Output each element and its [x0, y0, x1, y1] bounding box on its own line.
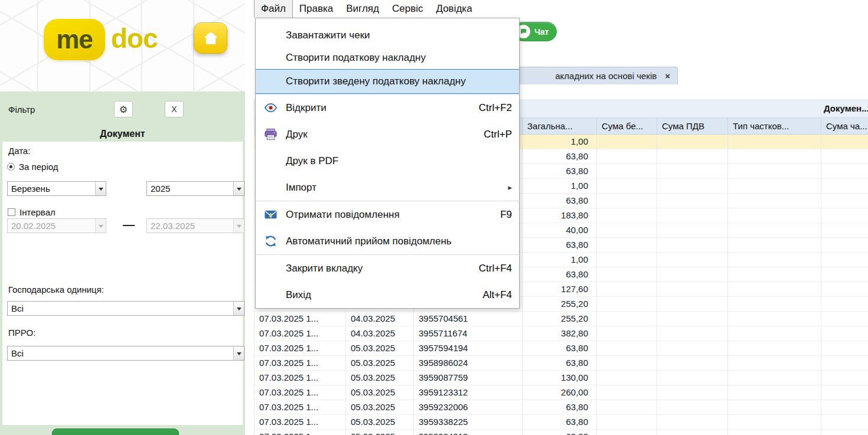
menubar-item-view[interactable]: Вигляд [340, 0, 386, 18]
period-radio[interactable]: За період [7, 162, 58, 172]
table-cell [821, 223, 868, 237]
table-cell [597, 208, 657, 223]
table-cell [821, 341, 868, 355]
menu-item-print-pdf[interactable]: Друк в PDF [256, 148, 519, 174]
table-cell [728, 385, 821, 400]
table-cell [821, 194, 868, 208]
business-unit-select[interactable]: Всі [7, 301, 244, 316]
table-cell [657, 371, 728, 385]
filter-settings-button[interactable]: ⚙ [114, 101, 133, 117]
table-row[interactable]: 07.03.2025 1...05.03.2025395923200663,80 [254, 400, 868, 415]
month-select[interactable]: Березень [7, 181, 106, 196]
menubar-item-help[interactable]: Довідка [429, 0, 478, 18]
table-cell [597, 297, 657, 311]
table-row[interactable]: 07.03.2025 1...05.03.2025395936491863,80 [254, 430, 868, 435]
menu-shortcut: F9 [500, 209, 512, 221]
table-cell [657, 385, 728, 400]
table-cell [657, 179, 728, 193]
table-cell [728, 135, 821, 149]
interval-from-date[interactable]: 20.02.2025 [7, 218, 106, 233]
filter-title: Фільтр [8, 104, 35, 115]
filter-sidebar: Фільтр ⚙ X Документ Дата: За період Бере… [0, 91, 245, 435]
printer-icon [263, 127, 278, 141]
business-unit-value: Всі [8, 303, 233, 313]
table-cell [657, 253, 728, 267]
table-cell [597, 223, 657, 237]
chevron-down-icon [233, 219, 244, 233]
table-cell: 260,00 [523, 385, 597, 400]
table-cell [821, 371, 868, 385]
table-cell: 1,00 [523, 179, 597, 193]
menu-item-receive-messages[interactable]: Отримати повідомленняF9 [256, 201, 519, 228]
table-cell: 05.03.2025 [346, 385, 414, 400]
table-cell [597, 356, 657, 370]
table-cell: 3959123312 [414, 385, 523, 400]
table-cell: 63,80 [523, 194, 597, 208]
menu-item-load-receipts[interactable]: Завантажити чеки [256, 24, 519, 47]
menubar-item-file[interactable]: Файл [254, 0, 293, 18]
chevron-down-icon[interactable] [233, 302, 244, 315]
table-cell: 07.03.2025 1... [254, 356, 346, 370]
menu-item-exit[interactable]: ВихідAlt+F4 [256, 282, 519, 308]
prro-select[interactable]: Всі [7, 346, 244, 361]
envelope-icon [263, 208, 278, 221]
table-cell: 05.03.2025 [346, 400, 414, 414]
menu-item-create-consolidated-tax-invoice[interactable]: Створити зведену податкову накладну [256, 69, 519, 94]
table-row[interactable]: 07.03.2025 1...05.03.2025395898602463,80 [254, 356, 868, 371]
column-header-8[interactable]: Сума ча... [821, 118, 868, 134]
interval-to-date[interactable]: 22.03.2025 [146, 218, 244, 233]
menubar-item-service[interactable]: Сервіс [386, 0, 430, 18]
table-cell: 1,00 [523, 253, 597, 267]
tab-close-icon[interactable]: × [665, 71, 670, 80]
menu-item-label: Вихід [286, 289, 482, 301]
chevron-down-icon[interactable] [233, 346, 244, 360]
table-cell [821, 282, 868, 296]
menu-item-label: Закрити вкладку [286, 263, 479, 274]
table-cell [597, 430, 657, 435]
table-row[interactable]: 07.03.2025 1...04.03.20253955704561255,2… [254, 312, 868, 326]
menu-item-create-tax-invoice[interactable]: Створити податкову накладну [256, 47, 519, 69]
table-cell [657, 282, 728, 296]
table-cell: 3957594194 [414, 341, 523, 355]
table-cell [597, 326, 657, 341]
filter-close-button[interactable]: X [165, 101, 184, 117]
table-cell: 255,20 [523, 312, 597, 326]
table-cell: 05.03.2025 [346, 341, 414, 355]
chevron-down-icon[interactable] [95, 182, 106, 195]
table-cell: 07.03.2025 1... [254, 430, 346, 435]
menu-item-print[interactable]: ДрукCtrl+P [256, 121, 519, 148]
table-row[interactable]: 07.03.2025 1...05.03.20253959087759130,0… [254, 371, 868, 385]
table-cell [821, 326, 868, 341]
table-cell [657, 430, 728, 435]
menu-item-close-tab[interactable]: Закрити вкладкуCtrl+F4 [256, 255, 519, 282]
column-header-6[interactable]: Сума ПДВ [657, 118, 728, 134]
year-select[interactable]: 2025 [146, 181, 244, 196]
radio-selected-icon [7, 163, 15, 171]
month-value: Березень [8, 184, 95, 194]
menu-item-import[interactable]: Імпорт▸ [256, 174, 519, 201]
table-cell [657, 341, 728, 355]
menubar-item-edit[interactable]: Правка [293, 0, 340, 18]
chat-button[interactable]: Чат [513, 22, 557, 41]
sidebar-bottom-button[interactable] [52, 429, 179, 435]
table-row[interactable]: 07.03.2025 1...04.03.20253955711674382,8… [254, 326, 868, 341]
table-row[interactable]: 07.03.2025 1...05.03.2025395759419463,80 [254, 341, 868, 356]
menu-item-label: Відкрити [286, 102, 479, 114]
menu-item-label: Отримати повідомлення [286, 209, 500, 221]
table-row[interactable]: 07.03.2025 1...05.03.20253959123312260,0… [254, 385, 868, 400]
table-cell [597, 371, 657, 385]
table-row[interactable]: 07.03.2025 1...05.03.2025395933822563,80 [254, 415, 868, 430]
table-cell [728, 238, 821, 252]
tab-title: акладних на основі чеків [555, 71, 657, 81]
menu-item-auto-receive-messages[interactable]: Автоматичний прийом повідомлень [256, 228, 519, 254]
home-button[interactable] [194, 22, 227, 54]
chevron-down-icon[interactable] [233, 182, 244, 195]
table-cell [821, 297, 868, 311]
column-header-4[interactable]: Загальна... [523, 118, 597, 134]
table-cell [597, 400, 657, 414]
menu-item-open[interactable]: ВідкритиCtrl+F2 [256, 94, 519, 121]
column-header-5[interactable]: Сума бе... [597, 118, 657, 134]
interval-checkbox[interactable]: Інтервал [8, 207, 56, 217]
column-header-7[interactable]: Тип частков... [728, 118, 821, 134]
menu-item-label: Створити зведену податкову накладну [286, 76, 512, 87]
